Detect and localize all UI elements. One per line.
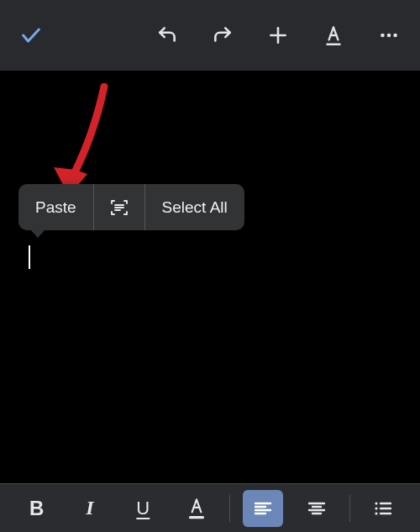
- bold-icon: B: [29, 497, 44, 520]
- format-toolbar: B I U: [0, 483, 420, 532]
- bulleted-list-icon: [372, 498, 394, 519]
- annotation-arrow: [49, 83, 124, 201]
- text-format-icon: [323, 24, 344, 47]
- bulleted-list-button[interactable]: [363, 490, 403, 527]
- text-context-menu: Paste Select All: [18, 184, 244, 230]
- text-cursor: [29, 245, 30, 269]
- svg-point-22: [375, 507, 378, 509]
- svg-point-4: [381, 34, 385, 38]
- document-editor-area[interactable]: Paste Select All: [0, 71, 420, 483]
- select-all-menu-item[interactable]: Select All: [145, 184, 244, 230]
- underline-icon: U: [136, 498, 150, 519]
- undo-icon: [156, 24, 178, 46]
- more-menu-button[interactable]: [376, 23, 402, 48]
- context-menu-tail: [30, 229, 45, 238]
- underline-button[interactable]: U: [123, 490, 163, 527]
- redo-icon: [212, 24, 234, 46]
- align-center-icon: [307, 498, 327, 519]
- svg-point-6: [393, 34, 397, 38]
- more-icon: [378, 24, 400, 46]
- svg-point-21: [375, 502, 378, 504]
- paste-menu-item[interactable]: Paste: [18, 184, 93, 230]
- undo-button[interactable]: [155, 23, 180, 48]
- toolbar-divider: [349, 495, 350, 522]
- align-left-icon: [253, 498, 273, 519]
- text-format-button[interactable]: [321, 23, 346, 48]
- confirm-check-button[interactable]: [18, 23, 44, 48]
- scan-text-menu-item[interactable]: [94, 184, 144, 230]
- scan-text-icon: [109, 198, 129, 218]
- text-color-icon: [186, 496, 207, 521]
- toolbar-divider: [229, 495, 230, 522]
- svg-point-23: [375, 512, 378, 514]
- svg-point-5: [387, 34, 391, 38]
- align-center-button[interactable]: [297, 490, 337, 527]
- redo-button[interactable]: [210, 23, 235, 48]
- top-toolbar: [0, 0, 420, 71]
- insert-button[interactable]: [265, 23, 291, 48]
- text-color-button[interactable]: [176, 490, 217, 527]
- align-left-button[interactable]: [243, 490, 283, 527]
- italic-button[interactable]: I: [70, 490, 110, 527]
- bold-button[interactable]: B: [17, 490, 57, 527]
- plus-icon: [267, 24, 289, 46]
- check-icon: [19, 24, 43, 47]
- italic-icon: I: [86, 497, 93, 519]
